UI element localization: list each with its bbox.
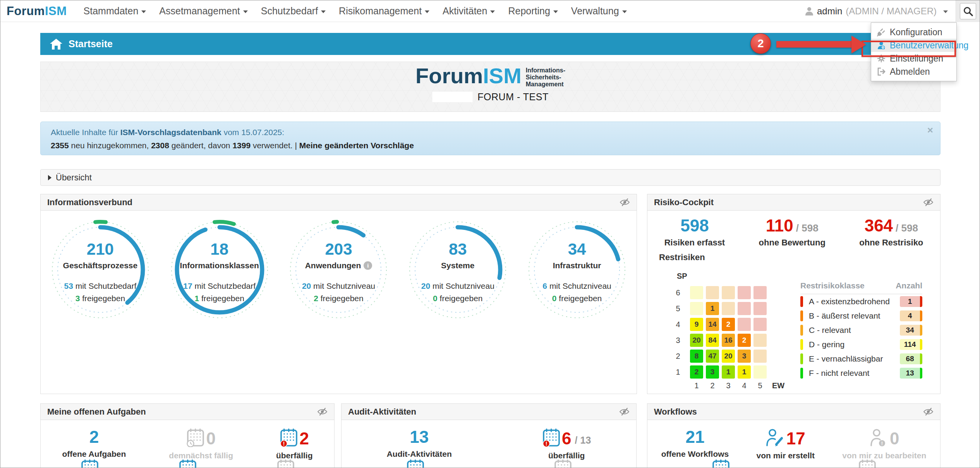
risk-stat-ohne-restrisiko[interactable]: 364/ 598ohne Restrisiko — [859, 217, 923, 248]
circle-stat-informationsklassen[interactable]: 18Informationsklassen17 mit Schutzbedarf… — [169, 219, 270, 386]
nav-item-reporting[interactable]: Reporting — [501, 0, 564, 22]
close-icon[interactable]: × — [927, 125, 933, 135]
panel-title: Meine offenen Aufgaben — [47, 407, 146, 417]
app-logo[interactable]: ForumISM — [7, 4, 67, 18]
widget-stat-label: überfällig — [276, 451, 313, 460]
circle-stat-anwendungen[interactable]: 203Anwendungeni20 mit Schutzniveau2 frei… — [288, 219, 389, 386]
heatmap-cell[interactable]: 20 — [722, 350, 735, 363]
heatmap-col-label: 2 — [706, 381, 719, 390]
panel-title: Risiko-Cockpit — [654, 197, 714, 207]
circle-substats: 20 mit Schutzniveau0 freigegeben — [421, 280, 494, 304]
legend-count-badge: 13 — [900, 368, 922, 379]
masthead-subtitle: Informations- Sicherheits- Management — [526, 67, 565, 88]
heatmap-cell[interactable]: 16 — [722, 334, 735, 347]
heatmap-cell[interactable]: 3 — [738, 350, 751, 363]
widget-stat-offene-aufgaben[interactable]: 2offene Aufgaben — [62, 429, 126, 460]
user-menu-toggle[interactable]: admin (ADMIN / MANAGER) — [805, 6, 956, 17]
risk-stat-value: 598 — [680, 216, 709, 235]
hide-widget-eye-icon[interactable] — [923, 197, 934, 207]
chevron-down-icon — [425, 10, 429, 13]
heatmap-cell[interactable]: 14 — [706, 318, 719, 331]
nav-item-label: Schutzbedarf — [261, 5, 318, 17]
hide-widget-eye-icon[interactable] — [620, 197, 630, 207]
circle-stat-systeme[interactable]: 83Systeme20 mit Schutzniveau0 freigegebe… — [407, 219, 508, 386]
page-title: Startseite — [69, 38, 113, 50]
heatmap-cell — [753, 318, 767, 331]
nav-item-label: Verwaltung — [571, 5, 619, 17]
widget-stat-demnächst-fällig[interactable]: 0demnächst fällig — [169, 429, 233, 460]
nav-item-risikomanagement[interactable]: Risikomanagement — [332, 0, 436, 22]
circle-substats: 17 mit Schutzbedarf1 freigegeben — [183, 280, 256, 304]
panel-header: Informationsverbund — [41, 194, 637, 211]
nav-item-stammdaten[interactable]: Stammdaten — [77, 0, 153, 22]
search-button[interactable] — [960, 3, 976, 19]
nav-item-aktivitäten[interactable]: Aktivitäten — [436, 0, 501, 22]
menu-item-konfiguration[interactable]: Konfiguration — [871, 26, 956, 39]
calendar-gray-icon — [276, 459, 294, 468]
widget-stat-von-mir-zu-bearbeiten[interactable]: !0von mir zu bearbeiten — [842, 429, 926, 460]
risk-stat-value: 364 — [865, 216, 893, 235]
risk-stat-label: ohne Bewertung — [759, 238, 826, 248]
hide-widget-eye-icon[interactable] — [619, 406, 630, 417]
widget-stat-offene-workflows[interactable]: 21offene Workflows — [661, 429, 729, 460]
heatmap-cell[interactable]: 1 — [738, 365, 751, 379]
info-icon[interactable]: i — [364, 261, 372, 270]
panel-meine-offenen-aufgaben: Meine offenen Aufgaben 2offene Aufgaben0… — [40, 403, 335, 468]
banner-link[interactable]: Meine geänderten Vorschläge — [299, 141, 414, 150]
widget-stat-value: 0 — [206, 430, 215, 447]
hide-widget-eye-icon[interactable] — [923, 406, 934, 417]
circle-stats-row: 210Geschäftsprozesse53 mit Schutzbedarf3… — [41, 211, 637, 394]
widget-stat-label: überfällig — [542, 451, 591, 460]
circle-label: Infrastruktur — [553, 261, 601, 270]
widget-stat-überfällig[interactable]: !2überfällig — [276, 429, 313, 460]
menu-item-abmelden[interactable]: Abmelden — [871, 65, 956, 78]
nav-item-schutzbedarf[interactable]: Schutzbedarf — [254, 0, 332, 22]
heatmap-cell[interactable]: 2 — [690, 365, 703, 379]
home-icon[interactable] — [50, 38, 63, 50]
widget-stat-value: 13 — [410, 429, 429, 446]
heatmap-cell[interactable]: 2 — [722, 318, 735, 331]
legend-color-bar — [800, 353, 803, 364]
logout-icon — [877, 67, 886, 76]
circle-text: 203Anwendungeni20 mit Schutzniveau2 frei… — [288, 219, 389, 304]
widget-stat-von-mir-erstellt[interactable]: 17von mir erstellt — [757, 429, 815, 460]
risk-stat-label: ohne Restrisiko — [859, 238, 923, 248]
risk-stat-risiken-erfasst[interactable]: 598Risiken erfasst — [664, 217, 725, 248]
legend-row: E - vernachlässigbar68 — [800, 351, 922, 366]
calendar-gray-icon — [554, 459, 572, 468]
heatmap-cell[interactable]: 1 — [706, 302, 719, 315]
restrisikoklasse-legend: Restrisikoklasse Anzahl A - existenzbedr… — [800, 281, 922, 380]
heatmap-cell[interactable]: 20 — [690, 334, 703, 347]
heatmap-cell[interactable]: 8 — [690, 350, 703, 363]
heatmap-row-label: 2 — [671, 350, 685, 363]
widget-stat-label: von mir erstellt — [757, 451, 815, 460]
uebersicht-toggle[interactable]: Übersicht — [40, 169, 941, 186]
risk-stat-ohne-bewertung[interactable]: 110/ 598ohne Bewertung — [759, 217, 826, 248]
heatmap-row-label: 6 — [671, 286, 685, 299]
heatmap-cell[interactable]: 47 — [706, 350, 719, 363]
heatmap-cell — [753, 365, 767, 379]
person-icon — [805, 7, 814, 16]
circle-text: 18Informationsklassen17 mit Schutzbedarf… — [169, 219, 270, 304]
circle-text: 210Geschäftsprozesse53 mit Schutzbedarf3… — [50, 219, 151, 304]
heatmap-cell[interactable]: 9 — [690, 318, 703, 331]
legend-count-badge: 1 — [900, 296, 922, 307]
widget-stat-label: Audit-Aktivitäten — [387, 449, 452, 459]
hide-widget-eye-icon[interactable] — [317, 406, 328, 417]
circle-stat-infrastruktur[interactable]: 34Infrastruktur6 mit Schutzniveau0 freig… — [526, 219, 628, 386]
heatmap-cell[interactable]: 2 — [738, 334, 751, 347]
widget-stat-überfällig[interactable]: !6/ 13überfällig — [542, 429, 591, 460]
legend-label: E - vernachlässigbar — [809, 354, 900, 363]
nav-item-verwaltung[interactable]: Verwaltung — [565, 0, 633, 22]
circle-stat-geschäftsprozesse[interactable]: 210Geschäftsprozesse53 mit Schutzbedarf3… — [50, 219, 151, 386]
legend-label: D - gering — [809, 340, 900, 349]
circle-substats: 53 mit Schutzbedarf3 freigegeben — [64, 280, 137, 304]
heatmap-cell[interactable]: 84 — [706, 334, 719, 347]
nav-item-assetmanagement[interactable]: Assetmanagement — [153, 0, 254, 22]
heatmap-cell[interactable]: 3 — [706, 365, 719, 379]
heatmap-cell[interactable]: 1 — [722, 365, 735, 379]
widget-stats-row-clipped — [41, 459, 334, 468]
search-icon — [963, 6, 973, 16]
widget-stat-audit-aktivitäten[interactable]: 13Audit-Aktivitäten — [387, 429, 452, 460]
panel-title: Audit-Aktivitäten — [348, 407, 416, 417]
